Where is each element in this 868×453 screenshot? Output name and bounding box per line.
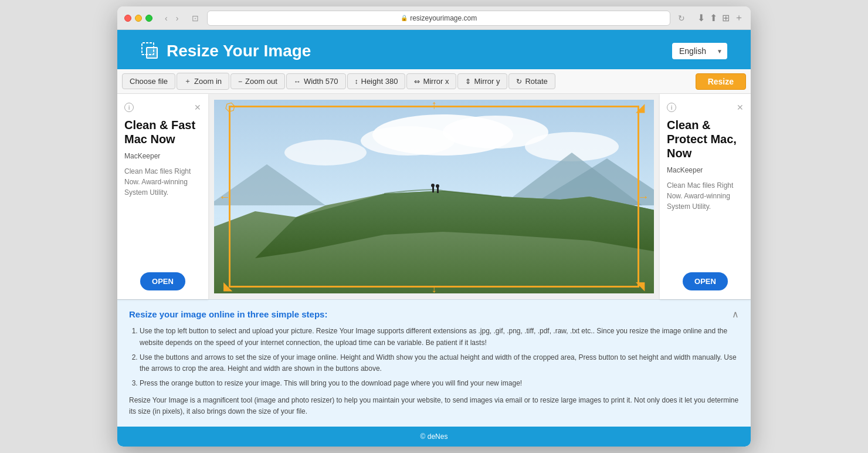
zoom-in-button[interactable]: ＋ Zoom in (177, 73, 229, 90)
ad-body-right: Clean Mac files Right Now. Award-winning… (667, 180, 744, 212)
width-icon: ↔ (294, 77, 301, 86)
minimize-button[interactable] (135, 15, 142, 22)
tab-grid-button[interactable]: ⊞ (722, 12, 730, 24)
ad-info-button-right[interactable]: i (667, 103, 676, 112)
forward-button[interactable]: › (173, 12, 182, 24)
share-button[interactable]: ⬆ (710, 12, 717, 24)
ad-panel-left: i ✕ Clean & Fast Mac Now MacKeeper Clean… (117, 94, 208, 299)
ad-info-button-left[interactable]: i (124, 103, 134, 112)
rotate-label: Rotate (525, 77, 547, 86)
ad-body-left: Clean Mac files Right Now. Award-winning… (124, 166, 201, 198)
width-button[interactable]: ↔ Width 570 (286, 73, 346, 89)
lock-icon: 🔒 (401, 15, 408, 21)
svg-rect-1 (147, 48, 157, 58)
info-title-text: Resize your image online in three simple… (129, 309, 327, 319)
new-tab-button[interactable]: ＋ (734, 12, 744, 24)
footer-copyright: © deNes (421, 432, 448, 441)
height-label: Height 380 (361, 77, 398, 86)
mirror-y-label: Mirror y (474, 77, 500, 86)
language-select[interactable]: English Français Español Deutsch (672, 43, 727, 59)
info-title-row: Resize your image online in three simple… (129, 309, 739, 320)
traffic-lights (124, 15, 152, 22)
nav-buttons: ‹ › (162, 12, 181, 24)
resize-label: Resize (708, 77, 734, 86)
info-toggle-button[interactable]: ∧ (732, 309, 739, 320)
mirror-y-button[interactable]: ⇕ Mirror y (457, 73, 507, 89)
rotate-button[interactable]: ↻ Rotate (508, 73, 555, 89)
height-icon: ↕ (355, 77, 358, 86)
choose-label: Choose file (130, 77, 168, 86)
info-step-2: Use the buttons and arrows to set the si… (140, 352, 739, 374)
logo-area: Resize Your Image (141, 42, 311, 60)
mirror-x-label: Mirror x (423, 77, 449, 86)
info-section: Resize your image online in three simple… (117, 299, 751, 426)
svg-point-6 (284, 140, 367, 165)
choose-file-button[interactable]: Choose file (122, 73, 175, 89)
info-step-1: Use the top left button to select and up… (140, 326, 739, 348)
ad-brand-right: MacKeeper (667, 166, 744, 174)
info-steps-list: Use the top left button to select and up… (129, 326, 739, 389)
app-title: Resize Your Image (167, 42, 311, 60)
svg-point-16 (436, 184, 439, 188)
ad-close-row-right: i ✕ (667, 103, 744, 112)
ad-close-row-left: i ✕ (124, 103, 201, 112)
mirror-y-icon: ⇕ (465, 77, 471, 86)
info-description: Resize Your Image is a magnificent tool … (129, 395, 739, 417)
svg-point-4 (361, 126, 455, 155)
fullscreen-button[interactable] (145, 15, 152, 22)
ad-headline-left: Clean & Fast Mac Now (124, 118, 201, 146)
reload-button[interactable]: ↻ (675, 12, 688, 24)
ad-brand-left: MacKeeper (124, 152, 201, 160)
svg-rect-15 (437, 187, 439, 193)
ad-close-button-right[interactable]: ✕ (737, 103, 744, 111)
app-header: Resize Your Image English Français Españ… (117, 30, 751, 69)
ad-open-button-right[interactable]: OPEN (683, 272, 728, 290)
browser-titlebar: ‹ › ⊡ 🔒 resizeyourimage.com ↻ ⬇ ⬆ ⊞ ＋ (117, 6, 751, 30)
image-container: ⬡ ◢ ◣ ◥ ↑ ↓ ← → (214, 100, 654, 293)
mirror-x-icon: ⇔ (414, 77, 420, 86)
svg-rect-13 (432, 187, 434, 192)
info-step-3: Press the orange button to resize your i… (140, 378, 739, 389)
width-label: Width 570 (304, 77, 338, 86)
ad-open-button-left[interactable]: OPEN (140, 272, 185, 290)
url-bar[interactable]: 🔒 resizeyourimage.com (207, 11, 670, 26)
resize-button[interactable]: Resize (696, 73, 746, 90)
minus-icon: − (238, 77, 242, 86)
ad-close-button-left[interactable]: ✕ (194, 103, 201, 111)
browser-window: ‹ › ⊡ 🔒 resizeyourimage.com ↻ ⬇ ⬆ ⊞ ＋ Re… (117, 6, 751, 446)
ad-headline-right: Clean & Protect Mac, Now (667, 118, 744, 160)
mirror-x-button[interactable]: ⇔ Mirror x (406, 73, 456, 89)
plus-icon: ＋ (184, 76, 191, 86)
url-text: resizeyourimage.com (410, 14, 477, 22)
language-selector[interactable]: English Français Español Deutsch ▼ (672, 43, 727, 59)
logo-icon (141, 42, 160, 60)
mountain-image (214, 100, 654, 293)
zoom-out-button[interactable]: − Zoom out (230, 73, 285, 89)
app-footer: © deNes (117, 427, 751, 447)
zoom-out-label: Zoom out (245, 77, 277, 86)
back-button[interactable]: ‹ (162, 12, 171, 24)
height-button[interactable]: ↕ Height 380 (347, 73, 406, 89)
zoom-in-label: Zoom in (194, 77, 222, 86)
close-button[interactable] (124, 15, 131, 22)
main-content: i ✕ Clean & Fast Mac Now MacKeeper Clean… (117, 94, 751, 299)
download-button[interactable]: ⬇ (697, 12, 705, 24)
svg-point-14 (431, 184, 435, 187)
ad-panel-right: i ✕ Clean & Protect Mac, Now MacKeeper C… (660, 94, 751, 299)
reading-mode-button[interactable]: ⊡ (188, 12, 202, 24)
app-container: Resize Your Image English Français Españ… (117, 30, 751, 446)
image-workspace: ⬡ ◢ ◣ ◥ ↑ ↓ ← → (208, 94, 660, 299)
toolbar: Choose file ＋ Zoom in − Zoom out ↔ Width… (117, 69, 751, 94)
browser-actions: ⬇ ⬆ ⊞ ＋ (697, 12, 744, 24)
rotate-icon: ↻ (516, 77, 522, 86)
